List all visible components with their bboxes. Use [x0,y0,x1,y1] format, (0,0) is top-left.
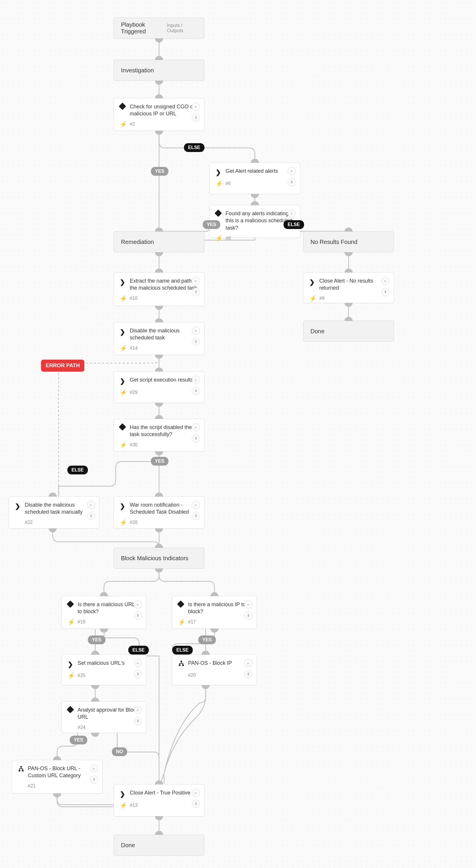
pause-button[interactable]: Ⅱ [244,670,252,678]
task-id: #25 [78,672,86,679]
skip-button[interactable]: ▹ [244,659,252,667]
task-title: War room notification - Scheduled Task D… [130,501,198,516]
pause-button[interactable]: Ⅱ [90,775,98,784]
node-panos-block-ip[interactable]: PAN-OS - Block IP ⚡ #20 ▹ Ⅱ [172,654,257,685]
connector-dot [91,733,99,737]
node-disable-task[interactable]: ❯ Disable the malicious scheduled task ⚡… [114,322,205,355]
pause-button[interactable]: Ⅱ [192,434,200,442]
svg-rect-2 [182,664,184,666]
node-playbook-triggered[interactable]: Playbook Triggered Inputs / Outputs [114,18,205,39]
connector-dot [345,317,353,321]
pause-button[interactable]: Ⅱ [381,288,390,296]
pause-button[interactable]: Ⅱ [87,512,95,520]
pause-button[interactable]: Ⅱ [288,178,296,186]
skip-button[interactable]: ▹ [192,788,200,797]
skip-button[interactable]: ▹ [134,706,142,714]
pause-button[interactable]: Ⅱ [192,288,200,296]
node-get-script-results[interactable]: ❯ Get script execution results ⚡ #29 ▹ Ⅱ [114,371,205,403]
bolt-icon: ⚡ [216,180,226,188]
edge-else: ELSE [184,143,205,152]
skip-button[interactable]: ▹ [90,764,98,773]
task-title: Set malicious URL's [78,659,140,669]
task-title: Disable the malicious scheduled task man… [25,501,93,516]
task-id: #21 [28,783,36,789]
bolt-icon: ⚡ [120,519,130,527]
inputs-outputs-link[interactable]: Inputs / Outputs [167,23,197,33]
node-get-related-alerts[interactable]: ❯ Get Alert related alerts ⚡ #6 ▹ Ⅱ [209,162,300,194]
node-done-right[interactable]: Done [303,321,394,342]
task-id: #24 [78,724,86,731]
connector-dot [100,592,108,596]
node-war-room-notify[interactable]: ❯ War room notification - Scheduled Task… [114,496,205,529]
skip-button[interactable]: ▹ [192,102,200,111]
skip-button[interactable]: ▹ [192,327,200,335]
skip-button[interactable]: ▹ [134,659,142,667]
connector-dot [91,651,99,655]
connector-dot [202,685,210,689]
node-panos-block-url[interactable]: PAN-OS - Block URL - Custom URL Category… [12,760,102,794]
node-investigation[interactable]: Investigation [114,60,205,81]
skip-button[interactable]: ▹ [288,167,296,175]
edge-error-path: ERROR PATH [41,360,84,372]
connector-dot [155,780,163,784]
node-remediation[interactable]: Remediation [114,231,205,252]
task-id: #8 [226,235,231,242]
bolt-icon: ⚡ [216,234,226,242]
connector-dot [210,592,218,596]
node-malicious-ip-q[interactable]: Is there a malicious IP to block? ⚡ #17 … [172,596,257,629]
connector-dot [49,493,57,497]
connector-dot [155,415,163,419]
task-id: #17 [188,619,196,625]
skip-button[interactable]: ▹ [288,209,296,218]
bolt-icon: ⚡ [120,802,130,809]
bolt-icon: ⚡ [120,441,130,449]
skip-button[interactable]: ▹ [192,277,200,285]
node-script-success[interactable]: Has the script disabled the task success… [114,419,205,452]
node-done[interactable]: Done [114,835,205,856]
skip-button[interactable]: ▹ [134,600,142,609]
edge-yes: YES [198,636,216,644]
connector-dot [155,403,163,407]
task-id: #10 [130,295,138,302]
bolt-icon: ⚡ [120,294,130,303]
pause-button[interactable]: Ⅱ [192,800,200,808]
pause-button[interactable]: Ⅱ [192,114,200,122]
skip-button[interactable]: ▹ [244,600,252,609]
node-close-alert-tp[interactable]: ❯ Close Alert - True Positive ⚡ #13 ▹ Ⅱ [114,784,205,816]
node-malicious-url-q[interactable]: Is there a malicious URL to block? ⚡ #18… [61,596,146,629]
task-id: #14 [130,345,138,351]
chevron-icon: ❯ [309,277,319,292]
node-block-indicators[interactable]: Block Malicious Indicators [114,548,205,569]
pause-button[interactable]: Ⅱ [134,670,142,678]
bolt-icon: ⚡ [68,618,78,626]
connector-dot [155,306,163,310]
skip-button[interactable]: ▹ [192,423,200,431]
pause-button[interactable]: Ⅱ [134,612,142,620]
bolt-icon: ⚡ [309,294,319,303]
task-title: Found any alerts indicating this is a ma… [226,210,294,231]
chevron-icon: ❯ [216,167,226,177]
chevron-icon: ❯ [120,327,130,341]
bolt-icon: ⚡ [120,389,130,397]
node-analyst-approval[interactable]: Analyst approval for Block URL ⚡ #24 ▹ Ⅱ [61,701,146,733]
node-check-unsigned[interactable]: Check for unsigned CGO or malicious IP o… [114,98,205,131]
pause-button[interactable]: Ⅱ [192,512,200,520]
connector-dot [155,368,163,372]
skip-button[interactable]: ▹ [192,501,200,509]
skip-button[interactable]: ▹ [87,501,95,509]
pause-button[interactable]: Ⅱ [192,338,200,346]
section-label: Done [310,328,325,335]
pause-button[interactable]: Ⅱ [244,612,252,620]
pause-button[interactable]: Ⅱ [192,387,200,395]
node-close-alert-no-results[interactable]: ❯ Close Alert - No results returned ⚡ #9… [303,272,394,303]
node-disable-manually[interactable]: ❯ Disable the malicious scheduled task m… [9,496,99,529]
pause-button[interactable]: Ⅱ [134,717,142,725]
node-set-malicious-urls[interactable]: ❯ Set malicious URL's ⚡ #25 ▹ Ⅱ [61,654,146,685]
connector-dot [155,227,163,231]
node-no-results[interactable]: No Results Found [303,231,394,252]
node-extract-task-path[interactable]: ❯ Extract the name and path of the malic… [114,272,205,306]
skip-button[interactable]: ▹ [192,376,200,384]
section-label: No Results Found [310,239,357,245]
skip-button[interactable]: ▹ [381,277,390,285]
task-title: Extract the name and path of the malicio… [130,277,198,292]
